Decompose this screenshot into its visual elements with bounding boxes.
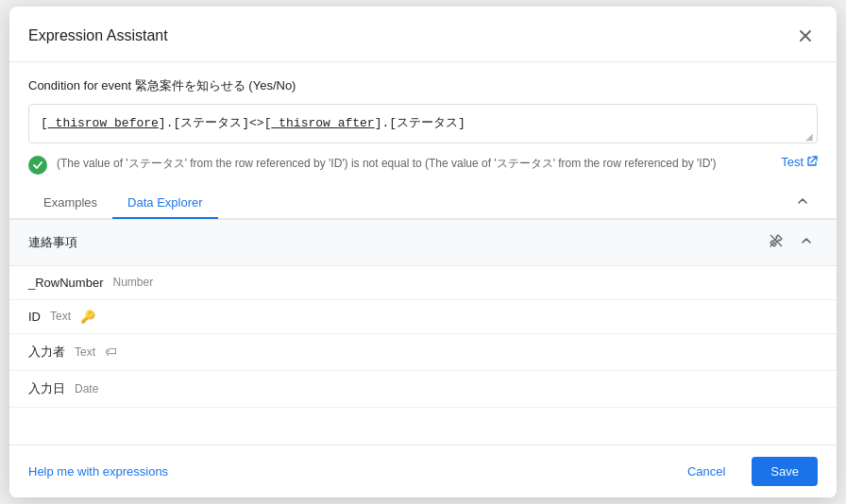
chevron-up-icon [795,193,810,209]
expression-area-wrapper: [_thisrow_before].[ステータス]<>[_thisrow_aft… [28,104,818,143]
close-icon [797,27,814,44]
field-row-id[interactable]: ID Text 🔑 [9,300,837,334]
collapse-tabs-button[interactable] [787,190,818,216]
test-label: Test [781,155,804,169]
dialog-header: Expression Assistant [9,7,837,62]
field-name-input-date: 入力日 [28,380,65,397]
pin-icon [769,233,784,248]
expression-display[interactable]: [_thisrow_before].[ステータス]<>[_thisrow_aft… [29,105,817,143]
thisrow-before-token: _thisrow_before [48,116,159,130]
dialog-body: Condition for event 緊急案件を知らせる (Yes/No) [… [9,62,837,445]
validation-check-icon [28,156,47,175]
field-type-input-date: Date [75,382,98,395]
resize-handle: ◢ [805,131,815,141]
pin-icon-button[interactable] [765,231,787,254]
chevron-up-section-icon [799,233,814,248]
save-button[interactable]: Save [752,457,818,486]
section-icons [765,231,818,254]
field-row-rownumber[interactable]: _RowNumber Number [9,266,837,300]
field-name-rownumber: _RowNumber [28,276,103,290]
tabs-row: Examples Data Explorer [9,188,837,219]
dialog-footer: Help me with expressions Cancel Save [9,445,837,497]
test-link[interactable]: Test [781,155,818,169]
external-link-icon [806,156,818,167]
field-type-input-person: Text [75,345,95,359]
field-list: _RowNumber Number ID Text 🔑 入力者 Text 🏷 [9,266,837,430]
section-header: 連絡事項 [9,219,837,266]
validation-row: (The value of 'ステータス' from the row refer… [28,155,818,175]
thisrow-after-token: _thisrow_after [271,116,374,130]
help-link[interactable]: Help me with expressions [28,464,168,479]
expr-static-2: ].[ステータス] [375,116,465,130]
collapse-section-button[interactable] [795,231,818,254]
expression-assistant-dialog: Expression Assistant Condition for event… [9,7,837,497]
expr-bracket-open: [ [41,116,48,130]
field-type-rownumber: Number [112,276,153,289]
close-button[interactable] [793,24,818,48]
footer-buttons: Cancel Save [672,457,818,486]
condition-label: Condition for event 緊急案件を知らせる (Yes/No) [28,77,818,94]
tag-icon: 🏷 [105,344,117,359]
field-name-id: ID [28,310,41,324]
field-type-id: Text [50,310,71,323]
cancel-button[interactable]: Cancel [672,457,740,486]
section-title: 連絡事項 [28,234,77,251]
tab-examples[interactable]: Examples [28,188,112,219]
expr-static-1: ].[ステータス]<>[ [159,116,272,130]
field-row-input-person[interactable]: 入力者 Text 🏷 [9,334,837,371]
data-explorer-section: 連絡事項 [9,219,837,430]
checkmark-icon [32,160,43,171]
tab-data-explorer[interactable]: Data Explorer [112,188,217,219]
validation-text: (The value of 'ステータス' from the row refer… [57,155,764,172]
field-row-input-date[interactable]: 入力日 Date [9,371,837,408]
dialog-title: Expression Assistant [28,27,168,44]
field-name-input-person: 入力者 [28,344,65,361]
key-icon: 🔑 [80,310,95,324]
